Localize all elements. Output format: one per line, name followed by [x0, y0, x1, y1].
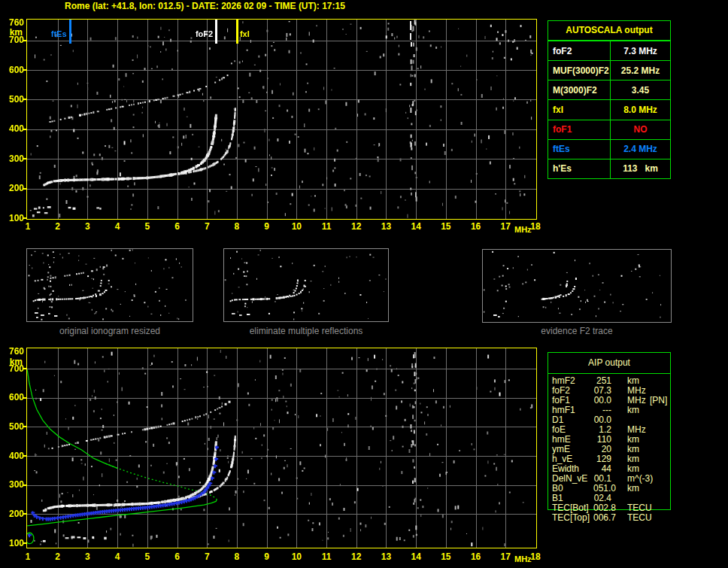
x-axis-label: 11 — [317, 222, 336, 231]
x-axis-label: 1 — [18, 552, 38, 561]
thumbnail-evidence-f2-trace — [482, 249, 672, 323]
aip-extra — [650, 445, 670, 454]
autoscala-value: 7.3 MHz — [611, 41, 670, 60]
aip-extra: [PN] — [650, 396, 670, 405]
thumbnail-eliminate-reflections — [223, 248, 389, 322]
x-axis-label: 5 — [138, 552, 157, 561]
aip-extra — [650, 484, 670, 494]
x-axis-label: 15 — [436, 222, 456, 231]
x-axis-label: 17 — [496, 222, 515, 231]
y-axis-label: 200 — [0, 509, 24, 519]
x-axis-label: 16 — [466, 552, 486, 561]
autoscala-output-table: AUTOSCALA output foF27.3 MHzMUF(3000)F22… — [548, 20, 671, 179]
autoscala-table-title: AUTOSCALA output — [548, 21, 670, 41]
x-axis-label: 2 — [48, 222, 68, 231]
autoscala-param: MUF(3000)F2 — [548, 61, 611, 80]
x-axis-label: 13 — [376, 222, 396, 231]
y-axis-tick — [23, 188, 27, 190]
autoscala-row: h'Es113 km — [548, 159, 670, 178]
x-axis-label: 8 — [227, 552, 247, 561]
page-title: Rome (lat: +41.8, lon: 012.5) - DATE: 20… — [65, 1, 345, 11]
y-axis-label: 500 — [0, 95, 24, 105]
x-axis-label: 8 — [227, 222, 247, 231]
y-axis-label: 300 — [0, 480, 24, 490]
aip-extra — [650, 454, 670, 464]
y-axis-label: 400 — [0, 451, 24, 461]
y-axis-label: 700 — [0, 35, 24, 45]
y-axis-label: 760 — [0, 18, 24, 28]
y-axis-tick — [23, 397, 27, 399]
y-axis-label: 100 — [0, 539, 24, 548]
aip-row: TEC[Top]006.7TECU — [548, 513, 670, 523]
x-axis-label: 12 — [347, 222, 366, 231]
x-axis-label: 6 — [168, 222, 187, 231]
y-axis-tick — [23, 158, 27, 159]
y-axis-label: 300 — [0, 154, 24, 164]
x-axis-label: 11 — [317, 552, 336, 561]
aip-extra — [650, 435, 670, 445]
aip-extra — [650, 474, 670, 484]
y-axis-tick — [23, 368, 27, 369]
autoscala-param: fxI — [548, 100, 611, 119]
aip-unit: km — [611, 484, 650, 494]
aip-extra — [650, 513, 670, 523]
x-axis-label: 1 — [18, 222, 38, 231]
x-axis-label: 3 — [77, 222, 97, 231]
y-axis-label: 500 — [0, 422, 24, 432]
thumbnail-caption: original ionogram resized — [26, 326, 193, 336]
aip-extra — [650, 405, 670, 415]
autoscala-value: 8.0 MHz — [611, 100, 670, 119]
autoscala-value: 3.45 — [611, 80, 670, 99]
autoscala-value: 25.2 MHz — [611, 61, 670, 80]
y-axis-tick — [23, 217, 27, 219]
autoscala-row: fxI8.0 MHz — [548, 99, 670, 119]
x-axis-label: 7 — [197, 222, 217, 231]
aip-output-table: AIP output hmF2251kmfoF207.3MHzfoF100.0M… — [548, 352, 671, 510]
y-axis-tick — [23, 129, 27, 130]
thumbnail-caption: evidence F2 trace — [482, 326, 672, 336]
autoscala-param: M(3000)F2 — [548, 80, 611, 99]
autoscala-row: foF1NO — [548, 120, 670, 139]
autoscala-row: MUF(3000)F225.2 MHz — [548, 60, 670, 80]
autoscala-param: foF1 — [548, 120, 611, 139]
autoscala-param: h'Es — [548, 159, 611, 178]
autoscala-row: M(3000)F23.45 — [548, 80, 670, 99]
aip-unit: km — [611, 405, 650, 415]
y-axis-label: 760 — [0, 347, 24, 357]
thumbnail-caption: eliminate multiple reflections — [223, 326, 389, 336]
x-axis-label: 9 — [257, 552, 277, 561]
x-axis-label: 13 — [376, 552, 396, 561]
fxi-marker-label: fxI — [240, 29, 250, 38]
x-axis-label: 6 — [168, 552, 187, 561]
aip-extra — [650, 464, 670, 474]
x-axis-label: 3 — [77, 552, 97, 561]
y-axis-tick — [23, 542, 27, 544]
thumbnail-original-ionogram — [26, 248, 193, 322]
x-axis-label: 17 — [496, 552, 515, 561]
autoscala-param: foF2 — [548, 41, 611, 60]
aip-extra — [650, 425, 670, 435]
fof2-marker-label: foF2 — [168, 29, 213, 38]
y-axis-tick — [23, 455, 27, 457]
aip-unit: TECU — [611, 513, 650, 523]
autoscala-value: 2.4 MHz — [611, 140, 670, 159]
y-axis-label: 600 — [0, 65, 24, 75]
aip-val: 006.7 — [593, 513, 611, 523]
x-axis-label: 9 — [257, 222, 277, 231]
aip-extra — [650, 503, 670, 513]
y-axis-tick — [23, 484, 27, 486]
y-axis-label: 400 — [0, 124, 24, 134]
ftes-marker-label: ftEs — [22, 29, 67, 38]
x-axis-label: 18 — [526, 552, 545, 561]
autoscala-value: NO — [611, 120, 670, 139]
x-axis-label: 2 — [48, 552, 68, 561]
x-axis-label: 14 — [406, 552, 426, 561]
x-axis-label: 10 — [287, 552, 306, 561]
aip-name: TEC[Top] — [548, 513, 593, 523]
y-axis-label: 600 — [0, 393, 24, 402]
aip-extra — [650, 376, 670, 386]
aip-table-rows: hmF2251kmfoF207.3MHzfoF100.0MHz[PN]hmF1-… — [548, 376, 670, 523]
x-axis-label: 15 — [436, 552, 456, 561]
y-axis-tick — [23, 69, 27, 71]
aip-table-title: AIP output — [548, 353, 670, 374]
